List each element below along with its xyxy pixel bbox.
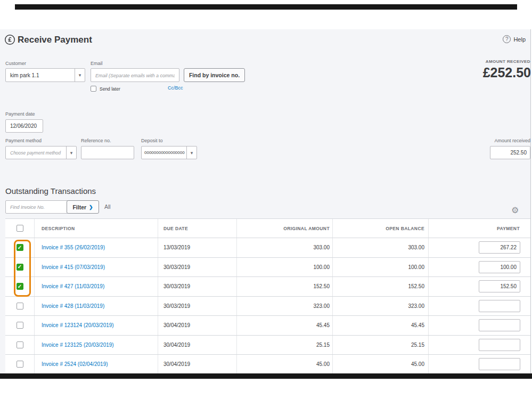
filter-label: Filter <box>72 204 86 210</box>
col-open-balance: OPEN BALANCE <box>333 219 429 238</box>
invoice-link[interactable]: Invoice # 428 (11/03/2019) <box>42 303 104 309</box>
customer-value: kim park 1.1 <box>6 72 75 78</box>
top-divider <box>15 4 517 10</box>
payment-input[interactable] <box>479 319 520 331</box>
invoice-link[interactable]: Invoice # 355 (26/02/2019) <box>42 245 105 250</box>
payment-date-field[interactable] <box>5 119 43 133</box>
description-cell: Invoice # 123125 (20/03/2019) <box>35 336 158 355</box>
table-row: Invoice # 355 (26/02/2019) 13/03/2019 30… <box>5 238 530 258</box>
description-cell: Invoice # 415 (07/03/2019) <box>35 258 158 277</box>
open-balance-cell: 25.15 <box>333 336 429 355</box>
payment-cell <box>429 336 530 355</box>
invoice-link[interactable]: Invoice # 123125 (20/03/2019) <box>42 342 114 348</box>
row-checkbox[interactable] <box>17 322 23 329</box>
send-later-checkbox[interactable]: Send later <box>91 86 120 92</box>
original-amount-cell: 45.00 <box>237 355 333 373</box>
payment-input[interactable] <box>479 358 520 370</box>
receive-payment-screen: Receive Payment ? Help Customer kim park… <box>0 0 532 399</box>
row-checkbox[interactable] <box>17 303 23 310</box>
select-all-cell <box>5 219 35 238</box>
due-date-cell: 30/03/2019 <box>158 277 237 296</box>
col-due-date: DUE DATE <box>158 219 237 238</box>
open-balance-cell: 45.45 <box>333 316 429 335</box>
table-row: Invoice # 428 (11/03/2019) 30/03/2019 32… <box>5 297 530 316</box>
deposit-to-label: Deposit to <box>141 138 163 143</box>
due-date-cell: 30/03/2019 <box>158 297 237 316</box>
select-all-checkbox[interactable] <box>17 225 23 232</box>
description-cell: Invoice # 355 (26/02/2019) <box>35 238 158 257</box>
payment-date-label: Payment date <box>5 111 35 117</box>
invoice-link[interactable]: Invoice # 2524 (02/04/2019) <box>42 361 108 367</box>
row-checkbox[interactable] <box>17 244 23 251</box>
customer-select[interactable]: kim park 1.1 ▾ <box>5 68 85 82</box>
payment-input[interactable] <box>479 300 520 312</box>
table-row: Invoice # 123125 (20/03/2019) 30/04/2019… <box>5 336 530 355</box>
invoice-link[interactable]: Invoice # 123124 (20/03/2019) <box>42 322 114 328</box>
table-row: Invoice # 427 (11/03/2019) 30/03/2019 15… <box>5 277 530 297</box>
original-amount-cell: 152.50 <box>237 277 333 296</box>
row-checkbox-cell <box>5 297 35 316</box>
payment-cell <box>429 277 530 296</box>
receive-payment-icon <box>4 34 15 45</box>
payment-cell <box>429 297 530 316</box>
gear-icon[interactable]: ⚙ <box>511 206 519 215</box>
open-balance-cell: 303.00 <box>333 238 429 257</box>
chevron-down-icon[interactable]: ▾ <box>66 146 76 159</box>
help-button[interactable]: ? Help <box>503 35 526 43</box>
invoice-link[interactable]: Invoice # 415 (07/03/2019) <box>42 264 105 270</box>
row-checkbox-cell <box>5 258 35 277</box>
cc-bcc-link[interactable]: Cc/Bcc <box>168 85 183 91</box>
col-description: DESCRIPTION <box>35 219 158 238</box>
row-checkbox[interactable] <box>17 361 23 368</box>
amount-received-total: £252.50 <box>483 65 531 80</box>
amount-received-field[interactable] <box>490 146 530 159</box>
find-invoice-input[interactable] <box>5 200 68 214</box>
page-title: Receive Payment <box>18 34 92 45</box>
payment-input[interactable] <box>479 261 520 273</box>
deposit-to-select[interactable]: 00000000000000000 ▾ <box>141 146 197 159</box>
checkbox-icon[interactable] <box>91 86 96 92</box>
row-checkbox[interactable] <box>17 341 23 348</box>
payment-input[interactable] <box>479 241 520 254</box>
chevron-down-icon[interactable]: ▾ <box>75 69 85 82</box>
payment-cell <box>429 316 530 335</box>
col-payment: PAYMENT <box>429 219 530 238</box>
chevron-right-icon: ❯ <box>89 205 93 210</box>
invoice-link[interactable]: Invoice # 427 (11/03/2019) <box>42 283 104 289</box>
due-date-cell: 13/03/2019 <box>158 238 237 257</box>
row-checkbox-cell <box>5 238 35 257</box>
find-by-invoice-button[interactable]: Find by invoice no. <box>184 68 245 82</box>
row-checkbox[interactable] <box>17 283 23 290</box>
due-date-cell: 30/04/2019 <box>158 336 237 355</box>
original-amount-cell: 323.00 <box>237 297 333 316</box>
amount-received-caption: AMOUNT RECEIVED <box>486 59 530 64</box>
open-balance-cell: 152.50 <box>333 277 429 296</box>
row-checkbox[interactable] <box>17 264 23 271</box>
email-label: Email <box>91 61 103 66</box>
original-amount-cell: 303.00 <box>237 238 333 257</box>
due-date-cell: 30/04/2019 <box>158 316 237 335</box>
due-date-cell: 30/03/2019 <box>158 258 237 277</box>
due-date-cell: 30/04/2019 <box>158 355 237 373</box>
filter-all-status: All <box>104 203 111 210</box>
description-cell: Invoice # 123124 (20/03/2019) <box>35 316 158 335</box>
payment-input[interactable] <box>479 280 520 292</box>
email-field[interactable] <box>91 68 179 82</box>
payment-cell <box>429 355 530 373</box>
payment-input[interactable] <box>479 339 520 351</box>
filter-button[interactable]: Filter ❯ <box>67 200 99 214</box>
open-balance-cell: 100.00 <box>333 258 429 277</box>
table-header-row: DESCRIPTION DUE DATE ORIGINAL AMOUNT OPE… <box>5 219 530 238</box>
col-original-amount: ORIGINAL AMOUNT <box>237 219 333 238</box>
payment-cell <box>429 238 530 257</box>
send-later-label: Send later <box>100 86 120 92</box>
original-amount-cell: 45.45 <box>237 316 333 335</box>
payment-method-placeholder: Choose payment method <box>6 150 66 156</box>
open-balance-cell: 45.00 <box>333 355 429 373</box>
bottom-divider <box>0 373 532 379</box>
chevron-down-icon[interactable]: ▾ <box>186 146 197 159</box>
customer-label: Customer <box>5 61 26 66</box>
reference-no-field[interactable] <box>81 146 134 159</box>
transactions-table: DESCRIPTION DUE DATE ORIGINAL AMOUNT OPE… <box>5 218 530 373</box>
payment-method-select[interactable]: Choose payment method ▾ <box>5 146 77 159</box>
